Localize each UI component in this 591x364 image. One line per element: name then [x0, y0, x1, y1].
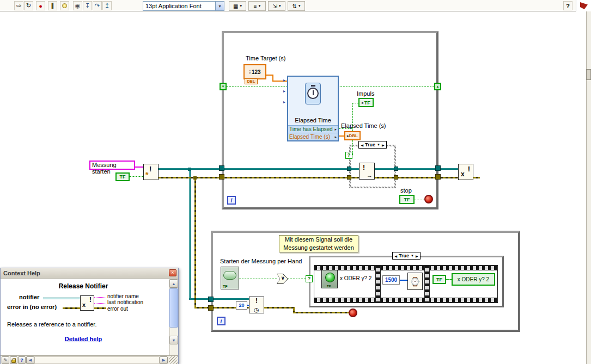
vertical-scrollbar-thumb[interactable]: [586, 69, 591, 80]
wire-error-lower-out: [293, 312, 350, 313]
impuls-indicator[interactable]: ▸ TF: [358, 98, 374, 107]
output-arrow-icon: ▸: [334, 127, 337, 132]
pause-button[interactable]: ∥: [48, 1, 57, 10]
step-over-button[interactable]: ↷: [93, 1, 102, 10]
step-out-icon: ↥: [105, 2, 109, 9]
output-time-has-elapsed[interactable]: Time has Elapsed ▸: [288, 125, 338, 133]
wait-ms-function[interactable]: ⌚: [407, 273, 423, 290]
case-prev-icon[interactable]: ◀: [361, 143, 363, 147]
abort-button[interactable]: ●: [36, 1, 45, 10]
case-selector-terminal-upper[interactable]: ?: [345, 152, 352, 159]
horizontal-scrollbar-track[interactable]: [34, 356, 160, 364]
stop-control[interactable]: TF: [399, 195, 415, 204]
case-next-icon[interactable]: ▶: [382, 143, 385, 147]
run-button[interactable]: ⇨: [14, 1, 23, 10]
loop-condition-terminal-upper[interactable]: [424, 195, 433, 203]
distribute-objects-dropdown[interactable]: ≡▾: [248, 1, 266, 11]
pencil-icon: ✎: [3, 357, 8, 363]
send-notification-function[interactable]: ! →: [359, 163, 375, 180]
elapsed-time-express-vi[interactable]: Elapsed Time Time has Elapsed ▸ Elapsed …: [287, 76, 339, 141]
vi-input-arrow-icon: ▸: [283, 100, 285, 104]
wire-boolean-frame3: [446, 279, 452, 280]
window-vertical-scrollbar[interactable]: [586, 11, 591, 364]
app-logo: [576, 0, 591, 11]
string-constant[interactable]: Messung starten: [89, 161, 135, 170]
edit-help-button[interactable]: ✎: [2, 356, 9, 364]
vi-input-arrow-icon: ▸: [283, 89, 285, 94]
scroll-up-button[interactable]: ▲: [169, 279, 178, 288]
spinner-icon[interactable]: ▴▾: [249, 69, 251, 75]
wire-junction: [193, 176, 197, 180]
case-dropdown-icon[interactable]: ▼: [377, 143, 380, 146]
boolean-constant[interactable]: TF: [115, 172, 130, 181]
reorder-dropdown[interactable]: ⇅▾: [288, 1, 305, 11]
help-connector: [94, 303, 106, 304]
output-arrow-icon: ▸: [334, 135, 337, 139]
more-help-button[interactable]: ?: [18, 356, 26, 364]
case-next-icon[interactable]: ▶: [416, 254, 418, 258]
close-button[interactable]: ×: [169, 269, 176, 276]
lightbulb-icon: [62, 3, 67, 8]
tunnel: [394, 175, 398, 180]
highlight-execution-button[interactable]: [60, 1, 69, 10]
sequence-sprocket-strip: [314, 298, 497, 303]
iteration-terminal-lower: i: [217, 317, 226, 325]
start-button-control[interactable]: TF: [221, 267, 239, 289]
tunnel: [219, 165, 224, 171]
font-selector[interactable]: 13pt Application Font ▾: [143, 1, 224, 11]
tunnel: [435, 174, 441, 180]
button-face: [223, 271, 236, 280]
step-into-button[interactable]: ↧: [83, 1, 92, 10]
run-continuous-button[interactable]: ↻: [24, 1, 33, 10]
shift-register-left[interactable]: ▼: [220, 83, 227, 90]
led-button-control[interactable]: TF: [321, 270, 338, 288]
tunnel: [219, 174, 224, 180]
logo-shape: [580, 2, 588, 9]
context-help-titlebar[interactable]: Context Help ×: [1, 268, 178, 279]
wire-dbl-elapsed: [339, 135, 344, 137]
case-selector-terminal-lower[interactable]: ?: [306, 275, 313, 282]
step-out-button[interactable]: ↥: [102, 1, 112, 10]
elapsed-time-label: Elapsed Time (s): [341, 122, 386, 129]
tunnel: [208, 305, 214, 311]
resize-objects-dropdown[interactable]: ⇲▾: [268, 1, 285, 11]
help-description: Releases a reference to a notifier.: [7, 321, 96, 328]
scroll-down-button[interactable]: ▼: [169, 336, 178, 344]
wait-on-notification-function[interactable]: ! ◷: [249, 297, 264, 313]
detailed-help-link[interactable]: Detailed help: [1, 336, 166, 342]
obtain-notifier-function[interactable]: ! *: [143, 164, 159, 180]
scroll-right-button[interactable]: ▶: [160, 356, 168, 364]
case-selector-lower[interactable]: ◀ True ▼ ▶: [392, 252, 421, 260]
notifier-input-label: notifier: [19, 294, 39, 300]
align-objects-dropdown[interactable]: ▦▾: [229, 1, 246, 11]
case-selector-upper[interactable]: ◀ True ▼ ▶: [358, 141, 387, 149]
case-value-label: True: [365, 142, 375, 147]
wire-int-wait: [400, 280, 407, 281]
help-button[interactable]: ?: [563, 1, 572, 10]
shift-register-right[interactable]: ▲: [434, 83, 441, 90]
help-error-out-wire: [94, 307, 106, 309]
scrollbar-thumb[interactable]: [169, 288, 178, 328]
abort-icon: ●: [39, 3, 42, 9]
output-elapsed-time-s[interactable]: Elapsed Time (s) ▸: [288, 133, 338, 140]
release-notifier-function[interactable]: ! x: [458, 164, 473, 180]
shift-register-icon: ▲: [436, 85, 440, 88]
local-variable[interactable]: x ODER y? 2: [452, 273, 495, 286]
boolean-constant-frame3[interactable]: TF: [432, 275, 446, 284]
dropdown-arrow-icon: ▾: [240, 4, 242, 8]
scroll-left-button[interactable]: ◀: [26, 356, 34, 364]
scroll-right-icon: ▶: [162, 358, 165, 362]
scroll-down-icon: ▼: [172, 338, 176, 342]
time-target-control[interactable]: ▴▾ 123: [243, 64, 266, 79]
resize-grip[interactable]: [169, 356, 178, 364]
wire-notifier-refnum-branch: [189, 169, 191, 300]
tf-glyph: TF: [436, 277, 442, 282]
timeout-constant[interactable]: 20: [236, 301, 247, 310]
case-prev-icon[interactable]: ◀: [394, 254, 397, 258]
retain-wire-values-button[interactable]: ◉: [73, 1, 82, 10]
lock-help-button[interactable]: [10, 356, 17, 364]
wait-ms-constant[interactable]: 1500: [382, 275, 400, 285]
case-dropdown-icon[interactable]: ▼: [411, 254, 414, 257]
loop-condition-terminal-lower[interactable]: [349, 309, 357, 317]
elapsed-time-indicator[interactable]: ▸ DBL: [344, 131, 361, 140]
